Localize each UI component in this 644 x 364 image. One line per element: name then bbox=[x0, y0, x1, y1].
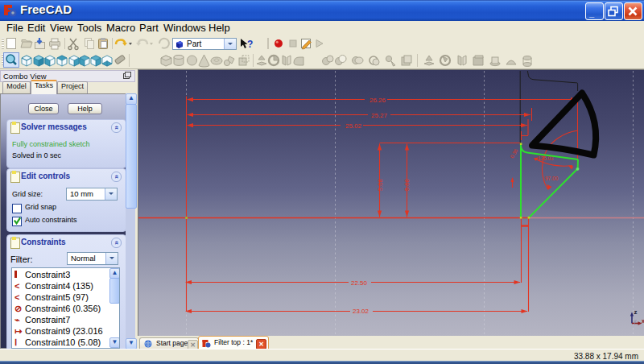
svg-text:22.50: 22.50 bbox=[351, 279, 368, 287]
svg-text:z: z bbox=[634, 308, 638, 316]
svg-text:25.27: 25.27 bbox=[371, 112, 388, 119]
svg-text:5.08: 5.08 bbox=[377, 179, 384, 191]
svg-text:y: y bbox=[634, 318, 637, 325]
svg-text:26.26: 26.26 bbox=[369, 97, 386, 104]
svg-text:25.02: 25.02 bbox=[345, 122, 362, 130]
svg-text:5.08: 5.08 bbox=[403, 179, 411, 191]
svg-text:97.00: 97.00 bbox=[545, 176, 559, 181]
svg-text:0.36: 0.36 bbox=[509, 147, 518, 159]
svg-text:?: ? bbox=[247, 39, 253, 50]
svg-text:23.02: 23.02 bbox=[353, 308, 369, 315]
